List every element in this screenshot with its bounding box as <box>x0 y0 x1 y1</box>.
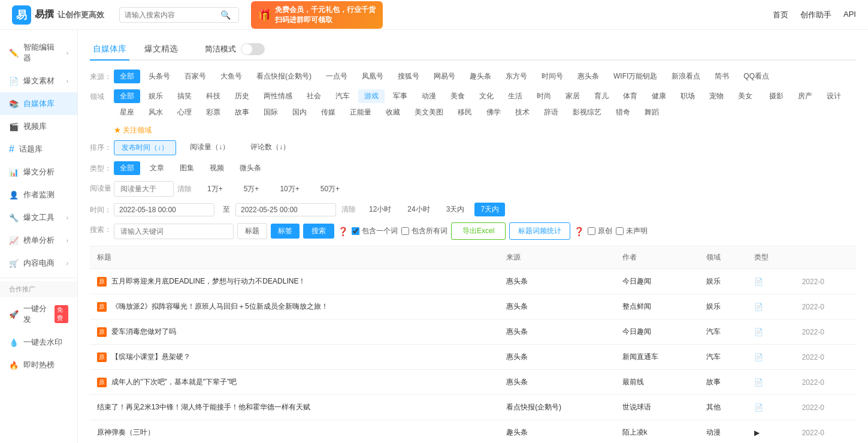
domain-media[interactable]: 传媒 <box>315 106 341 119</box>
sidebar-item-rank[interactable]: 📈 榜单分析 › <box>0 229 77 252</box>
article-title-link[interactable]: 爱车消毒您做对了吗 <box>111 327 176 336</box>
domain-society[interactable]: 社会 <box>301 89 327 103</box>
simple-mode-toggle[interactable] <box>241 43 265 55</box>
domain-strange[interactable]: 猎奇 <box>610 106 636 119</box>
domain-art[interactable]: 美文美图 <box>409 106 449 119</box>
sidebar-item-author-monitor[interactable]: 👤 作者监测 <box>0 183 77 206</box>
article-title-link[interactable]: 五月即将迎来月底DEADLINE，梦想与行动力不DEADLINE！ <box>111 277 306 285</box>
sort-publish-time[interactable]: 发布时间（↓） <box>114 140 176 155</box>
domain-photo[interactable]: 摄影 <box>763 89 790 103</box>
domain-life[interactable]: 生活 <box>502 89 528 103</box>
reads-5w[interactable]: 5万+ <box>237 182 267 196</box>
sidebar-item-one-click[interactable]: 🚀 一键分发 免费 <box>0 297 77 331</box>
domain-chengyu[interactable]: 辞语 <box>538 106 564 119</box>
follow-field-link[interactable]: 关注领域 <box>114 126 152 134</box>
nav-creator[interactable]: 创作助手 <box>800 10 831 20</box>
domain-feelings[interactable]: 两性情感 <box>258 89 298 103</box>
article-title-link[interactable]: 《嗨放派2》拟阵容曝光！原班人马回归＋5位新成员全新嗨放之旅！ <box>111 302 328 311</box>
domain-tech[interactable]: 科技 <box>200 89 226 103</box>
domain-positive[interactable]: 正能量 <box>344 106 377 119</box>
no-statement-checkbox[interactable] <box>616 227 624 235</box>
sort-comments[interactable]: 评论数（↓） <box>243 140 297 155</box>
type-image[interactable]: 图集 <box>174 161 200 175</box>
time-start-input[interactable] <box>114 203 214 216</box>
domain-culture[interactable]: 文化 <box>473 89 500 103</box>
domain-domestic[interactable]: 国内 <box>286 106 313 119</box>
sidebar-item-material[interactable]: 📄 爆文素材 › <box>0 70 77 92</box>
source-qq[interactable]: QQ看点 <box>737 70 775 83</box>
domain-variety[interactable]: 影视综艺 <box>567 106 607 119</box>
domain-car[interactable]: 汽车 <box>329 89 356 103</box>
source-wifi[interactable]: WIFI万能钥匙 <box>607 70 663 83</box>
sidebar-item-analysis[interactable]: 📊 爆文分析 <box>0 161 77 183</box>
source-toutiao[interactable]: 头条号 <box>143 70 176 83</box>
search-btn[interactable]: 搜索 <box>303 224 334 239</box>
domain-military[interactable]: 军事 <box>387 89 413 103</box>
type-article[interactable]: 文章 <box>144 161 170 175</box>
domain-international[interactable]: 国际 <box>258 106 284 119</box>
tab-hot-articles[interactable]: 爆文精选 <box>141 39 181 61</box>
source-shijian[interactable]: 时间号 <box>536 70 569 83</box>
domain-childcare[interactable]: 育儿 <box>588 89 615 103</box>
time-3d[interactable]: 3天内 <box>440 203 471 216</box>
domain-dance[interactable]: 舞蹈 <box>639 106 665 119</box>
export-excel-btn[interactable]: 导出Excel <box>451 222 506 240</box>
source-baidu[interactable]: 百家号 <box>179 70 212 83</box>
domain-story[interactable]: 故事 <box>229 106 255 119</box>
sidebar-item-tools[interactable]: 🔧 爆文工具 › <box>0 206 77 229</box>
stat-help-icon[interactable]: ❓ <box>574 227 584 236</box>
time-end-input[interactable] <box>235 203 336 216</box>
time-24h[interactable]: 24小时 <box>401 203 435 216</box>
sidebar-item-topics[interactable]: # 话题库 <box>0 138 77 161</box>
type-video[interactable]: 视频 <box>204 161 230 175</box>
domain-beauty[interactable]: 美女 <box>732 89 758 103</box>
source-chitoutiao[interactable]: 惠头条 <box>571 70 605 83</box>
sidebar-item-hot-rank[interactable]: 🔥 即时热榜 <box>0 354 77 376</box>
source-wangyi[interactable]: 网易号 <box>428 70 461 83</box>
search-icon[interactable]: 🔍 <box>220 10 231 20</box>
domain-buddhism[interactable]: 佛学 <box>480 106 507 119</box>
source-jianshu[interactable]: 简书 <box>709 70 735 83</box>
domain-immigration[interactable]: 移民 <box>452 106 478 119</box>
source-qutoutiao[interactable]: 趣头条 <box>464 70 497 83</box>
domain-sport[interactable]: 体育 <box>617 89 643 103</box>
domain-psychology[interactable]: 心理 <box>171 106 198 119</box>
domain-lottery[interactable]: 彩票 <box>200 106 226 119</box>
include-all-words-checkbox[interactable] <box>401 227 409 235</box>
domain-tech2[interactable]: 技术 <box>509 106 536 119</box>
reads-clear[interactable]: 清除 <box>177 184 192 194</box>
domain-health[interactable]: 健康 <box>646 89 672 103</box>
source-kandiankuaibao[interactable]: 看点快报(企鹅号) <box>250 70 317 83</box>
time-7d[interactable]: 7天内 <box>474 203 505 216</box>
source-dongfang[interactable]: 东方号 <box>500 70 533 83</box>
sort-reads[interactable]: 阅读量（↓） <box>183 140 237 155</box>
nav-home[interactable]: 首页 <box>773 10 788 20</box>
original-checkbox[interactable] <box>588 227 595 235</box>
time-clear[interactable]: 清除 <box>341 204 356 215</box>
source-yidian[interactable]: 一点号 <box>320 70 353 83</box>
article-title-link[interactable]: 原神弹奏（三叶） <box>97 428 155 436</box>
domain-home[interactable]: 家居 <box>559 89 586 103</box>
search-input[interactable] <box>125 11 220 19</box>
sidebar-item-media-lib[interactable]: 📚 自媒体库 <box>0 92 77 115</box>
domain-entertainment[interactable]: 娱乐 <box>143 89 169 103</box>
search-tag-btn[interactable]: 标签 <box>271 224 300 239</box>
time-12h[interactable]: 12小时 <box>363 203 397 216</box>
domain-all[interactable]: 全部 <box>114 89 140 103</box>
promo-banner[interactable]: 🎁 免费会员，千元礼包，行业千货 扫码进群即可领取 <box>251 1 383 29</box>
reads-10w[interactable]: 10万+ <box>273 182 306 196</box>
domain-realestate[interactable]: 房产 <box>792 89 818 103</box>
title-word-stat-btn[interactable]: 标题词频统计 <box>509 222 570 240</box>
article-title-link[interactable]: 【缤瑞小课堂】悬架硬？ <box>111 352 190 361</box>
keyword-input[interactable] <box>114 224 234 239</box>
reads-1w[interactable]: 1万+ <box>200 182 230 196</box>
source-souhu[interactable]: 搜狐号 <box>392 70 425 83</box>
search-title-btn[interactable]: 标题 <box>237 223 267 239</box>
search-bar[interactable]: 🔍 <box>119 7 239 23</box>
search-help-icon[interactable]: ❓ <box>338 227 348 236</box>
sidebar-item-editor[interactable]: ✏️ 智能编辑器 › <box>0 36 77 70</box>
source-dapeng[interactable]: 大鱼号 <box>214 70 248 83</box>
sidebar-item-ecommerce[interactable]: 🛒 内容电商 › <box>0 252 77 275</box>
domain-anime[interactable]: 动漫 <box>416 89 442 103</box>
domain-collection[interactable]: 收藏 <box>380 106 406 119</box>
